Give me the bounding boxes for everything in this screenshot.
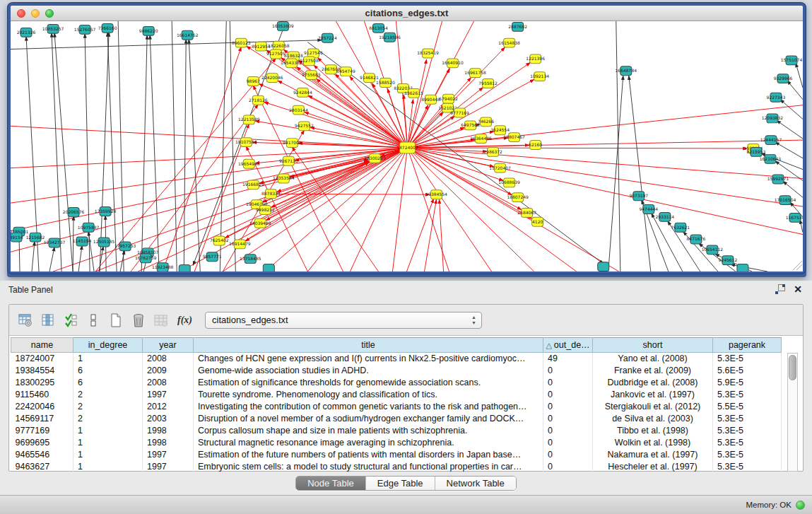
graph-node-teal[interactable]: 12505185	[93, 238, 115, 247]
graph-node-yellow[interactable]: 6497568	[461, 121, 480, 130]
table-cell[interactable]: Hescheler et al. (1997)	[593, 461, 713, 473]
table-cell[interactable]: 1	[73, 425, 143, 437]
table-settings-icon[interactable]	[16, 311, 35, 329]
table-cell[interactable]: 9465546	[11, 449, 73, 461]
graph-node-yellow[interactable]: 16961758	[464, 69, 486, 78]
column-header-name[interactable]: name	[11, 338, 73, 353]
table-cell[interactable]: 1998	[143, 437, 194, 449]
graph-node-teal[interactable]: 20206576	[63, 208, 85, 217]
table-cell[interactable]: 6	[73, 365, 143, 377]
table-row[interactable]: 2242004622012Investigating the contribut…	[11, 401, 782, 413]
graph-node-teal[interactable]: 10975887	[78, 223, 100, 232]
table-cell[interactable]: 5.9E-5	[713, 377, 782, 389]
table-cell[interactable]: 0	[543, 401, 593, 413]
graph-node-teal[interactable]	[598, 262, 609, 271]
table-cell[interactable]: 9699695	[11, 437, 73, 449]
table-cell[interactable]: Changes of HCN gene expression and I(f) …	[194, 353, 543, 365]
graph-node-yellow[interactable]: 9427552	[295, 122, 314, 131]
table-row[interactable]: 946362711997Embryonic stem cells: a mode…	[11, 461, 782, 473]
graph-node-yellow[interactable]: 16543382	[281, 59, 302, 68]
table-cell[interactable]: 0	[543, 377, 593, 389]
graph-node-teal[interactable]: 15276057	[74, 25, 96, 34]
graph-node-yellow[interactable]: 18325419	[417, 49, 439, 58]
tab-edge-table[interactable]: Edge Table	[366, 477, 435, 490]
table-cell[interactable]: Genome-wide association studies in ADHD.	[194, 365, 543, 377]
graph-node-yellow[interactable]: 9755685	[302, 71, 321, 80]
table-cell[interactable]: 1	[73, 353, 143, 365]
graph-node-yellow[interactable]: 26364486	[470, 134, 492, 144]
table-cell[interactable]: 18724007	[11, 353, 73, 365]
table-cell[interactable]: 2008	[143, 377, 194, 389]
graph-node-yellow[interactable]: 10688639	[498, 178, 520, 187]
graph-node-teal[interactable]	[737, 264, 748, 271]
graph-node-teal[interactable]: 16648784	[616, 66, 637, 76]
citation-network-graph[interactable]: 1872400718300295193845548960123891295418…	[11, 21, 803, 271]
table-row[interactable]: 1830029562008Estimation of significance …	[11, 377, 782, 389]
graph-node-teal[interactable]: 9886220	[139, 26, 158, 35]
close-panel-icon[interactable]: ✕	[794, 284, 802, 294]
table-cell[interactable]: 1997	[143, 389, 194, 401]
float-panel-icon[interactable]	[775, 284, 785, 294]
table-cell[interactable]: Investigating the contribution of common…	[194, 401, 543, 413]
table-cell[interactable]: 1997	[143, 449, 194, 461]
table-cell[interactable]: 5.3E-5	[713, 437, 782, 449]
graph-node-teal[interactable]: 1145194	[73, 237, 92, 246]
function-builder-icon[interactable]: f(x)	[177, 315, 192, 326]
graph-node-teal[interactable]: 9329966	[774, 74, 793, 83]
graph-node-teal[interactable]: 8813054	[369, 23, 388, 33]
graph-node-teal[interactable]: 17016504	[775, 196, 796, 205]
table-cell[interactable]: 2	[73, 413, 143, 425]
table-cell[interactable]: Corpus callosum shape and size in male p…	[194, 425, 543, 437]
table-cell[interactable]: 2	[73, 389, 143, 401]
graph-node-yellow[interactable]: 98967	[247, 77, 260, 86]
tab-node-table[interactable]: Node Table	[296, 477, 366, 490]
graph-node-teal[interactable]: 16053809	[272, 21, 294, 30]
graph-node-teal[interactable]: 7857224	[318, 33, 337, 42]
graph-node-teal[interactable]: 19218586	[379, 33, 401, 42]
table-cell[interactable]: Tibbo et al. (1998)	[593, 425, 713, 437]
graph-node-teal[interactable]: 13718485	[240, 255, 261, 264]
graph-node-yellow[interactable]: 16640910	[442, 59, 464, 68]
table-row[interactable]: 946554611997Estimation of the future num…	[11, 449, 782, 461]
graph-node-teal[interactable]: 10853257	[42, 24, 64, 33]
graph-node-teal[interactable]: 17957253	[114, 242, 136, 251]
graph-node-teal[interactable]: 2933114	[655, 212, 674, 221]
table-cell[interactable]: Embryonic stem cells: a model to study s…	[194, 461, 543, 473]
graph-node-yellow[interactable]: 9267130	[279, 156, 298, 165]
graph-node-teal[interactable]: 9474444	[639, 205, 658, 214]
table-cell[interactable]: 5.3E-5	[713, 449, 782, 461]
graph-node-teal[interactable]: 9857771	[203, 252, 222, 262]
graph-node-yellow[interactable]: 1092134	[530, 72, 549, 81]
table-cell[interactable]: 9777169	[11, 425, 73, 437]
table-cell[interactable]: 9463627	[11, 461, 73, 473]
graph-node-yellow[interactable]: 9127505	[266, 49, 286, 59]
graph-node-teal[interactable]: 10654112	[702, 245, 724, 255]
graph-node-yellow[interactable]: 22420046	[261, 74, 283, 83]
graph-node-teal[interactable]: 2021326	[17, 28, 36, 37]
graph-node-teal[interactable]: 16614762	[177, 30, 199, 40]
column-header-pagerank[interactable]: pagerank	[713, 338, 782, 353]
table-cell[interactable]: 22420046	[11, 401, 73, 413]
graph-node-yellow[interactable]: 9242844	[293, 88, 312, 97]
graph-node-yellow[interactable]: 18226058	[268, 41, 290, 50]
graph-node-yellow[interactable]: 1362615	[404, 88, 423, 98]
table-cell[interactable]: Jankovic et al. (1997)	[593, 389, 713, 401]
graph-node-yellow[interactable]: 9498212	[256, 206, 275, 215]
graph-node-yellow[interactable]: 8990448	[421, 95, 440, 104]
table-cell[interactable]: 1998	[143, 425, 194, 437]
table-cell[interactable]: 19384554	[11, 365, 73, 377]
graph-node-hub[interactable]: 18724007	[396, 142, 418, 153]
graph-node-teal[interactable]: 17359928	[95, 207, 117, 216]
graph-node-yellow[interactable]: 7955812	[478, 79, 498, 88]
graph-node-teal[interactable]: 12444157	[760, 136, 782, 145]
table-cell[interactable]: 5.6E-5	[713, 365, 782, 377]
table-cell[interactable]: Disruption of a novel member of a sodium…	[194, 413, 543, 425]
table-cell[interactable]: 0	[543, 437, 593, 449]
graph-node-teal[interactable]: 9073197	[629, 192, 648, 201]
graph-node-teal[interactable]: 8215953	[747, 147, 766, 156]
table-vscrollbar[interactable]	[787, 353, 798, 472]
graph-node-yellow[interactable]: 16914479	[229, 240, 251, 249]
new-file-icon[interactable]	[107, 311, 125, 329]
table-cell[interactable]: 2009	[143, 365, 194, 377]
table-cell[interactable]: 1	[73, 437, 143, 449]
